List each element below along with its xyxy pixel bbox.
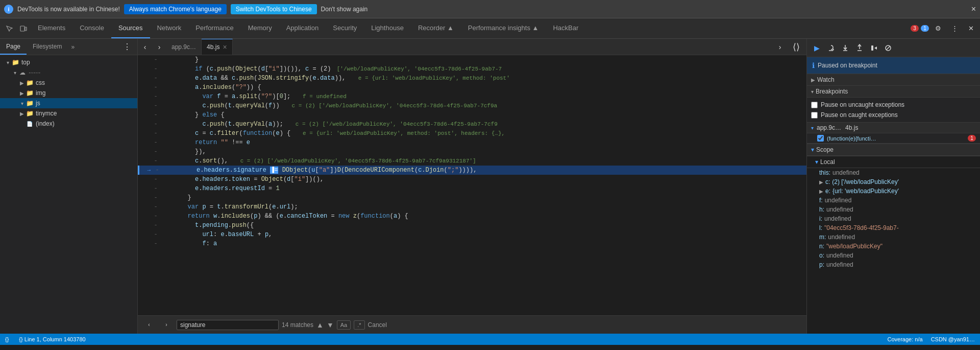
tree-item-tinymce[interactable]: ▶ 📁 tinymce [0, 108, 137, 119]
source-tab-appjs-label: app.9c… [172, 43, 196, 51]
close-devtools-button[interactable]: ✕ [964, 21, 978, 36]
tab-bar: Elements Console Sources Network Perform… [31, 18, 911, 38]
device-toggle-button[interactable] [16, 21, 31, 36]
status-right: Coverage: n/a CSDN @yan91… [888, 336, 975, 342]
source-tabs: ‹ › app.9c… 4b.js × › ⟨⟩ [138, 39, 806, 55]
deactivate-breakpoints-button[interactable] [883, 42, 894, 54]
local-scope-header[interactable]: ▾ Local [807, 156, 980, 168]
scope-this: this: undefined [807, 168, 980, 177]
tab-performance-insights[interactable]: Performance insights ▲ [461, 18, 546, 38]
settings-button[interactable]: ⚙ [931, 21, 945, 36]
code-line: - } [138, 193, 806, 202]
pause-caught-checkbox[interactable] [811, 112, 818, 119]
svg-line-9 [886, 46, 890, 50]
scope-c-arrow[interactable]: ▶ [819, 179, 823, 185]
scope-items: this: undefined ▶ c: (2) ['/web/loadPubl… [807, 168, 980, 334]
search-input[interactable] [177, 320, 279, 330]
tree-item-index[interactable]: ▶ 📄 (index) [0, 119, 137, 129]
tab-network[interactable]: Network [150, 18, 189, 38]
scope-m: m: undefined [807, 232, 980, 242]
tree-item-img[interactable]: ▶ 📁 img [0, 88, 137, 98]
scope-label: Scope [816, 146, 834, 153]
tab-lighthouse[interactable]: Lighthouse [364, 18, 411, 38]
tab-performance[interactable]: Performance [188, 18, 240, 38]
step-out-button[interactable] [854, 42, 865, 54]
pause-info: ℹ Paused on breakpoint [807, 57, 980, 74]
code-line: - e.headers.requestId = 1 [138, 184, 806, 193]
tab-security[interactable]: Security [326, 18, 364, 38]
breakpoint-checkbox[interactable] [817, 135, 824, 142]
code-area[interactable]: - } - if (c.push(Object(d["i"])()), c = … [138, 55, 806, 315]
scope-section-header[interactable]: ▾ Scope [807, 144, 980, 156]
breakpoints-label: Breakpoints [816, 88, 848, 95]
banner-text: DevTools is now available in Chinese! [17, 6, 120, 13]
watermark: CSDN @yan91… [931, 336, 975, 342]
source-tab-close-button[interactable]: × [223, 43, 227, 51]
source-back-button[interactable]: ‹ [138, 40, 152, 54]
tree-item-js[interactable]: ▾ 📁 js [0, 98, 137, 108]
tree-item-css[interactable]: ▶ 📁 css [0, 78, 137, 88]
scope-e-arrow[interactable]: ▶ [819, 189, 823, 194]
tab-hackbar[interactable]: HackBar [546, 18, 585, 38]
search-bar: ‹ › 14 matches ▲ ▼ Aa .* Cancel [138, 315, 806, 334]
code-line: - e.data && c.push(JSON.stringify(e.data… [138, 74, 806, 83]
pause-uncaught-checkbox[interactable] [811, 102, 818, 108]
scope-l: l: "04ecc5f3-78d6-4f25-9ab7- [807, 223, 980, 232]
step-button[interactable] [868, 42, 879, 54]
switch-chinese-button[interactable]: Switch DevTools to Chinese [231, 4, 317, 14]
file-panel: Page Filesystem » ⋮ ▾ 📁 top ▾ ☁ ······· [0, 39, 138, 334]
file-panel-menu-button[interactable]: ⋮ [120, 40, 134, 54]
scope-n: n: "web/loadPublicKey" [807, 242, 980, 251]
watch-label: Watch [817, 76, 835, 83]
panel-tab-filesystem[interactable]: Filesystem [27, 39, 68, 55]
watch-section-header[interactable]: ▶ Watch [807, 74, 980, 86]
error-badge: 3 [911, 25, 919, 32]
code-line: - } else { [138, 110, 806, 120]
tree-item-top[interactable]: ▾ 📁 top [0, 57, 137, 67]
source-tab-overflow-button[interactable]: › [773, 40, 787, 54]
code-line: - c.push(t.queryVal(a)); c = (2) ['/web/… [138, 120, 806, 129]
tab-console[interactable]: Console [72, 18, 111, 38]
panel-tabs-more[interactable]: » [68, 39, 78, 55]
tab-memory[interactable]: Memory [241, 18, 279, 38]
source-tab-4bjs[interactable]: 4b.js × [202, 39, 233, 55]
tree-item-domain[interactable]: ▾ ☁ ······· [0, 67, 137, 78]
step-into-button[interactable] [840, 42, 851, 54]
search-back-button[interactable]: ‹ [142, 318, 156, 332]
step-over-button[interactable] [825, 42, 837, 54]
code-line: - c = c.filter(function(e) { e = {url: '… [138, 129, 806, 138]
dont-show-again-button[interactable]: Don't show again [321, 6, 368, 13]
panel-tab-page[interactable]: Page [0, 39, 27, 55]
pause-uncaught-row: Pause on uncaught exceptions [811, 100, 976, 110]
scope-e: ▶ e: {url: 'web/loadPublicKey' [807, 186, 980, 196]
pause-caught-label: Pause on caught exceptions [821, 111, 898, 119]
scope-i: i: undefined [807, 214, 980, 223]
search-prev-button[interactable]: ▲ [316, 321, 324, 329]
source-forward-button[interactable]: › [152, 40, 166, 54]
breakpoint-filename2: 4b.js [845, 124, 858, 131]
banner-close-button[interactable]: × [971, 5, 976, 14]
status-position: {} Line 1, Column 1403780 [19, 336, 85, 342]
tab-application[interactable]: Application [279, 18, 326, 38]
resume-button[interactable]: ▶ [811, 42, 822, 54]
code-line-exec: → - e.headers.signature ▐= DObject(u["a"… [138, 166, 806, 175]
match-language-button[interactable]: Always match Chrome's language [124, 4, 227, 14]
more-button[interactable]: ⋮ [947, 21, 962, 36]
scope-c: ▶ c: (2) ['/web/loadPublicKey' [807, 177, 980, 186]
scope-f: f: undefined [807, 196, 980, 205]
match-case-button[interactable]: Aa [337, 320, 351, 330]
search-forward-button[interactable]: › [159, 318, 174, 332]
banner-info-icon: i [4, 5, 13, 14]
search-cancel-button[interactable]: Cancel [368, 321, 387, 329]
code-line: - } [138, 55, 806, 64]
code-line: - if (c.push(Object(d["i"])()), c = (2) … [138, 64, 806, 74]
tab-sources[interactable]: Sources [111, 18, 150, 38]
tab-recorder[interactable]: Recorder ▲ [411, 18, 461, 38]
breakpoints-section-header[interactable]: ▾ Breakpoints [807, 86, 980, 98]
inspect-element-button[interactable] [2, 21, 16, 36]
source-format-button[interactable]: ⟨⟩ [789, 40, 803, 54]
tab-elements[interactable]: Elements [31, 18, 72, 38]
regex-button[interactable]: .* [354, 320, 364, 330]
source-tab-appjs[interactable]: app.9c… [166, 39, 202, 55]
search-next-button[interactable]: ▼ [327, 321, 334, 329]
